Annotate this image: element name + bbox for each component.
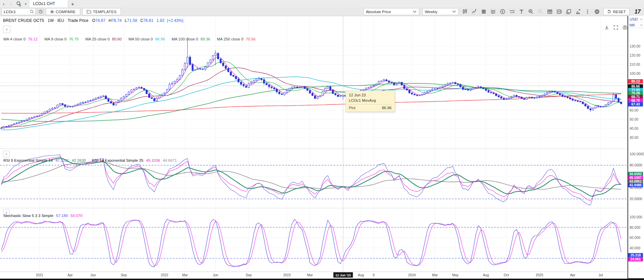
ma-legend-item[interactable]: MA 250 close 070.56 — [217, 37, 255, 41]
price-tick: 20.0000 — [630, 197, 642, 201]
price-tick: 80.000 — [630, 225, 640, 229]
series-line — [1, 158, 621, 196]
main-price-pane[interactable] — [0, 16, 627, 149]
pane-divider[interactable] — [0, 149, 627, 149]
time-axis-label: 9 — [373, 273, 375, 277]
legend-close: 76.61 — [143, 18, 153, 23]
tooltip-plot-value: 86.96 — [382, 106, 392, 110]
pane-divider[interactable] — [0, 208, 627, 208]
axis-price-tag: 24.061 — [628, 257, 643, 261]
price-tick: 60.000 — [630, 236, 640, 240]
stochastic-pane[interactable] — [0, 208, 627, 272]
ma-value: 89.36 — [201, 37, 210, 41]
series-line — [1, 62, 621, 128]
series-line — [1, 77, 621, 130]
stoch-k-value: 57.189 — [56, 214, 68, 218]
axis-price-tag: 41.9485 — [628, 183, 643, 187]
currency-select[interactable]: USD — [628, 17, 644, 22]
ma-label: MA 4 close 0 — [3, 37, 26, 41]
legend-high: 76.74 — [112, 18, 122, 23]
time-axis-label: 2023 — [283, 273, 290, 277]
chart-quick-actions — [603, 24, 628, 31]
ma-legend-item[interactable]: MA 25 close 080.60 — [85, 37, 122, 41]
price-tick: 100.000 — [630, 215, 642, 219]
unit-select[interactable]: bbl — [628, 22, 644, 28]
legend-low: 71.58 — [127, 18, 137, 23]
time-axis-label: Aug — [483, 273, 489, 277]
legend-change: 1.82 — [156, 18, 164, 23]
series-line — [1, 220, 621, 267]
collapse-main-legend-button[interactable]: ‹ — [3, 26, 10, 33]
rsi14-value: 45.1036 — [146, 158, 160, 162]
rsi14-title: RSI 14 Exponential Simple 25 — [92, 158, 144, 162]
ma-legend-item[interactable]: MA 9 close 076.75 — [44, 37, 79, 41]
rsi-pane[interactable] — [0, 149, 627, 208]
candles-layer — [1, 37, 622, 129]
price-tick: 120.00 — [630, 53, 640, 57]
series-line — [1, 57, 621, 128]
time-axis-label: Oct — [504, 273, 509, 277]
price-tick: 30.00 — [630, 135, 638, 139]
legend-open: 74.87 — [95, 18, 105, 23]
ma-legend-item[interactable]: MA 100 close 089.36 — [172, 37, 210, 41]
download-icon[interactable] — [603, 24, 610, 31]
legend-interval: 1W — [48, 18, 54, 23]
time-axis-label: 2021 — [36, 273, 43, 277]
price-tick: 100.00 — [630, 71, 640, 75]
price-tick: 40.000 — [630, 246, 640, 250]
ma-legend-item[interactable]: MA 50 close 086.96 — [128, 37, 165, 41]
rsi9-smooth-value: 42.2630 — [72, 158, 86, 162]
rsi-legend[interactable]: RSI 9 Exponential Simple 14 47.3211 42.2… — [3, 158, 177, 162]
time-axis-label: 2025 — [536, 273, 543, 277]
unit-value: bbl — [630, 23, 635, 27]
legend-change-pct: (+2.43%) — [167, 18, 183, 23]
ma-label: MA 50 close 0 — [128, 37, 153, 41]
chart-application: ‹ › ▸ LCOc1 CHT + LCOc1 ⊕ COMPARE TEMPLA… — [0, 0, 644, 280]
ma-value: 70.56 — [246, 37, 255, 41]
time-axis-label: Sep — [121, 273, 127, 277]
time-axis-label: Aug — [358, 273, 364, 277]
price-tick: 80.0000 — [630, 163, 642, 167]
time-axis-label: 2024 — [408, 273, 416, 277]
ma-legend: MA 4 close 076.12MA 9 close 076.75MA 25 … — [3, 37, 255, 41]
price-tick: 60.00 — [630, 108, 638, 112]
maximize-icon[interactable] — [612, 24, 619, 31]
time-axis[interactable]: 2021AprJunSep2022MarJunSep2023MarAug9202… — [0, 272, 627, 279]
legend-exchange: IEU — [57, 18, 64, 23]
chart-root — [0, 0, 644, 280]
instrument-name: BRENT CRUDE OCT5 — [3, 18, 44, 23]
series-line — [1, 94, 621, 114]
ma-value: 76.12 — [28, 37, 38, 41]
legend-field: Trade Price — [68, 18, 89, 23]
ma-label: MA 250 close 0 — [217, 37, 244, 41]
price-axis[interactable]: USD bbl 130.00120.00110.00100.0090.0080.… — [628, 16, 644, 278]
rsi14-smooth-value: 44.6671 — [163, 158, 177, 162]
time-axis-label: Jun — [213, 273, 218, 277]
price-tick: 130.00 — [630, 44, 640, 48]
stoch-d-value: 50.070 — [70, 214, 82, 218]
ma-label: MA 25 close 0 — [85, 37, 110, 41]
ma-legend-item[interactable]: MA 4 close 076.12 — [3, 37, 38, 41]
stoch-legend[interactable]: Stochastic Slow 5 3 3 Simple 57.189 50.0… — [3, 214, 83, 218]
grid-layer — [0, 16, 627, 149]
currency-value: USD — [630, 17, 638, 21]
price-tick: 110.00 — [630, 62, 640, 66]
instrument-legend[interactable]: BRENT CRUDE OCT5 · 1W · IEU · Trade Pric… — [3, 18, 183, 23]
ma-label: MA 9 close 0 — [44, 37, 67, 41]
axis-price-tag: 80.13 — [628, 79, 643, 84]
crosshair-tooltip: 12 Jun 23 LCOc1 MovAvg Plot86.96 — [345, 91, 395, 112]
collapse-rsi-legend-button[interactable]: ‹ — [3, 151, 10, 157]
tooltip-series: LCOc1 MovAvg — [349, 98, 392, 104]
rsi9-value: 47.3211 — [55, 158, 69, 162]
screenshot-icon[interactable] — [621, 24, 628, 31]
price-tick: 100.0000 — [630, 152, 644, 156]
time-axis-label: Sep — [246, 273, 252, 277]
time-axis-label: Jun — [90, 273, 96, 277]
ma-label: MA 100 close 0 — [172, 37, 198, 41]
chevron-down-icon — [640, 24, 643, 26]
chevron-down-icon — [640, 19, 643, 20]
time-axis-label: Apr — [67, 273, 73, 277]
rsi9-title: RSI 9 Exponential Simple 14 — [3, 158, 53, 162]
axis-price-tag: 67.43 — [628, 102, 643, 106]
series-line — [1, 162, 621, 189]
